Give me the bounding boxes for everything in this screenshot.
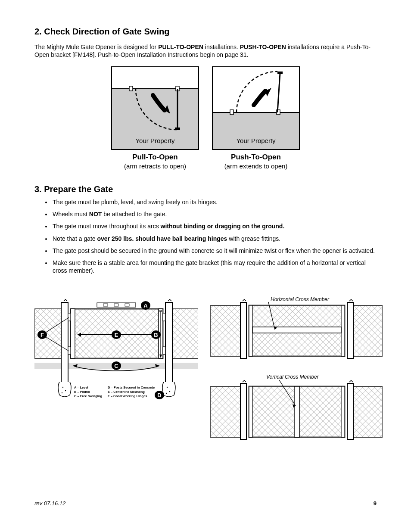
legend-a: A – Level bbox=[74, 386, 88, 389]
svg-point-37 bbox=[62, 392, 62, 393]
svg-point-40 bbox=[166, 393, 167, 394]
svg-rect-24 bbox=[163, 313, 165, 321]
push-diagram-col: Your Property Push-To-Open (arm extends … bbox=[212, 66, 300, 171]
svg-point-39 bbox=[169, 391, 170, 392]
right-gate-svg: Horizontal Cross Member Vertical Cross M… bbox=[210, 296, 383, 451]
push-sub: (arm extends to open) bbox=[212, 162, 300, 171]
li-post: with grease fittings. bbox=[227, 235, 280, 242]
svg-rect-64 bbox=[341, 386, 345, 437]
legend-e: E – Centerline Mounting bbox=[108, 390, 145, 394]
svg-point-38 bbox=[167, 387, 168, 388]
svg-rect-52 bbox=[347, 302, 353, 358]
push-diagram: Your Property bbox=[212, 66, 300, 150]
badge-a: A bbox=[143, 302, 148, 309]
intro-b2: PUSH-TO-OPEN bbox=[240, 44, 286, 50]
pull-diagram-col: Your Property Pull-To-Open (arm retracts… bbox=[111, 66, 199, 171]
badge-b: B bbox=[154, 332, 158, 338]
svg-rect-63 bbox=[249, 386, 252, 437]
gate-diagrams: A B C D E F A – Level B – Plumb C – Free… bbox=[34, 296, 377, 453]
left-gate-diagram: A B C D E F A – Level B – Plumb C – Free… bbox=[34, 296, 198, 410]
li-post: be attached to the gate. bbox=[102, 211, 167, 218]
badge-f: F bbox=[40, 332, 44, 338]
svg-rect-2 bbox=[129, 86, 133, 91]
legend-f: F – Good Working Hinges bbox=[108, 394, 147, 398]
svg-rect-25 bbox=[163, 347, 165, 355]
list-item: Wheels must NOT be attached to the gate. bbox=[52, 210, 377, 218]
list-item: The gate post should be secured in the g… bbox=[52, 247, 377, 255]
svg-rect-60 bbox=[240, 383, 246, 439]
svg-rect-16 bbox=[172, 309, 198, 358]
legend-d: D – Posts Secured in Concrete bbox=[108, 386, 155, 389]
svg-rect-18 bbox=[165, 302, 172, 383]
svg-rect-65 bbox=[294, 386, 299, 437]
li-b: over 250 lbs. should have ball bearing h… bbox=[97, 235, 227, 242]
list-item: Note that a gate over 250 lbs. should ha… bbox=[52, 235, 377, 243]
li-pre: The gate post should be secured in the g… bbox=[53, 247, 375, 254]
svg-rect-22 bbox=[68, 313, 71, 321]
svg-rect-50 bbox=[353, 305, 383, 356]
pull-title: Pull-To-Open bbox=[111, 152, 199, 162]
badge-c: C bbox=[114, 363, 118, 369]
li-b: NOT bbox=[89, 211, 102, 218]
li-pre: The gate must be plumb, level, and swing… bbox=[53, 199, 218, 205]
svg-rect-51 bbox=[240, 302, 246, 358]
list-item: Make sure there is a stable area for mou… bbox=[52, 259, 377, 274]
right-gate-diagram: Horizontal Cross Member Vertical Cross M… bbox=[210, 296, 383, 453]
list-item: The gate must move throughout its arcs w… bbox=[52, 222, 377, 230]
pull-diagram: Your Property bbox=[111, 66, 199, 150]
li-b: without binding or dragging on the groun… bbox=[161, 223, 285, 230]
svg-rect-54 bbox=[249, 305, 252, 356]
svg-point-35 bbox=[62, 387, 63, 388]
legend-b: B – Plumb bbox=[74, 390, 90, 394]
left-gate-svg: A B C D E F A – Level B – Plumb C – Free… bbox=[34, 296, 198, 408]
svg-rect-11 bbox=[277, 72, 283, 74]
badge-d: D bbox=[157, 392, 161, 398]
pull-sub: (arm retracts to open) bbox=[111, 162, 199, 171]
svg-rect-49 bbox=[210, 305, 240, 356]
svg-point-36 bbox=[65, 390, 66, 391]
svg-rect-8 bbox=[230, 110, 234, 115]
badge-e: E bbox=[115, 332, 118, 338]
pull-property-label: Your Property bbox=[112, 137, 198, 145]
svg-rect-55 bbox=[341, 305, 345, 356]
li-pre: Wheels must bbox=[53, 211, 89, 218]
li-pre: The gate must move throughout its arcs bbox=[53, 223, 161, 230]
svg-rect-61 bbox=[347, 383, 353, 439]
svg-rect-59 bbox=[353, 386, 383, 437]
section2-intro: The Mighty Mule Gate Opener is designed … bbox=[34, 43, 377, 59]
vert-cross-label: Vertical Cross Member bbox=[266, 374, 319, 380]
section3-title: 3. Prepare the Gate bbox=[34, 184, 377, 195]
list-item: The gate must be plumb, level, and swing… bbox=[52, 198, 377, 206]
section2-title: 2. Check Direction of Gate Swing bbox=[34, 26, 377, 37]
svg-rect-17 bbox=[61, 302, 68, 383]
prepare-list: The gate must be plumb, level, and swing… bbox=[52, 198, 377, 274]
svg-rect-20 bbox=[71, 309, 75, 358]
svg-rect-56 bbox=[252, 327, 341, 333]
intro-b1: PULL-TO-OPEN bbox=[158, 44, 203, 50]
li-pre: Make sure there is a stable area for mou… bbox=[53, 259, 366, 274]
svg-rect-26 bbox=[97, 303, 136, 307]
footer-page: 9 bbox=[374, 500, 377, 507]
svg-line-10 bbox=[277, 73, 280, 112]
footer-rev: rev 07.16.12 bbox=[34, 500, 65, 507]
li-pre: Note that a gate bbox=[53, 235, 97, 242]
push-title: Push-To-Open bbox=[212, 152, 300, 162]
swing-diagrams: Your Property Pull-To-Open (arm retracts… bbox=[34, 66, 377, 171]
intro-pre: The Mighty Mule Gate Opener is designed … bbox=[34, 44, 158, 50]
svg-rect-58 bbox=[210, 386, 240, 437]
legend-c: C – Free Swinging bbox=[74, 394, 102, 398]
page-footer: rev 07.16.12 9 bbox=[34, 500, 377, 507]
push-property-label: Your Property bbox=[213, 137, 299, 145]
intro-mid1: installations. bbox=[203, 44, 240, 50]
horiz-cross-label: Horizontal Cross Member bbox=[271, 296, 330, 302]
